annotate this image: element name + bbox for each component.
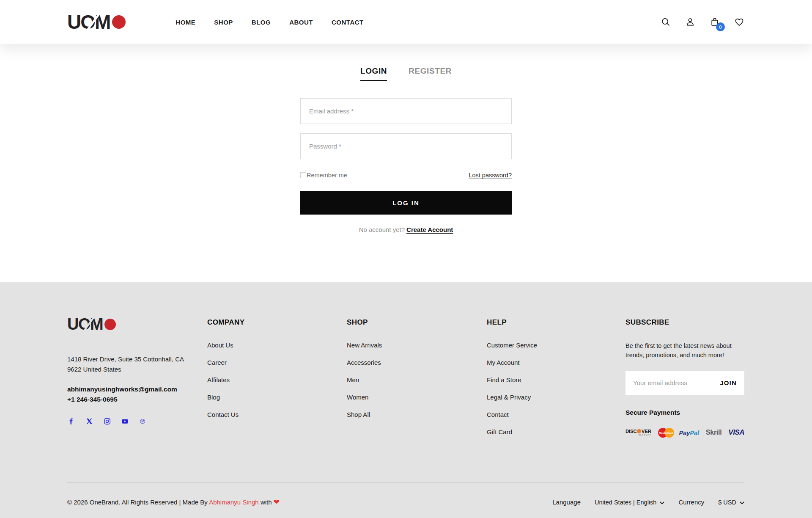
auth-tabs: LOGIN REGISTER [0,66,812,81]
footer-bottom-bar: © 2026 OneBrand. All Rights Reserved | M… [67,483,744,507]
chevron-down-icon [660,499,664,506]
subscribe-form: JOIN [625,371,744,395]
footer-link[interactable]: Blog [207,394,220,401]
nav-item[interactable]: BLOG [252,19,271,26]
cart-count-badge: 0 [716,22,725,31]
nav-item[interactable]: SHOP [214,19,233,26]
email-field[interactable] [300,98,512,124]
login-form: Remember me Lost password? LOG IN No acc… [300,98,512,233]
youtube-icon[interactable] [121,417,129,426]
footer-column-title: HELP [487,318,625,327]
locale-controls: Language United States | English Currenc… [552,499,744,506]
no-account-text: No account yet? [359,226,405,233]
subscribe-text: Be the first to get the latest news abou… [625,342,748,360]
payment-methods: DISCVER NETWORK MasterCard PayPal Skrill… [625,428,744,438]
login-button[interactable]: LOG IN [300,191,512,215]
footer-logo[interactable]: UOM [67,316,207,332]
footer-company-column: COMPANY About UsCareerAffilatesBlogConta… [207,316,347,482]
footer-link[interactable]: Women [347,394,368,401]
footer-column-title: SHOP [347,318,487,327]
footer-link[interactable]: Legal & Privacy [487,394,531,401]
footer-shop-column: SHOP New ArrivalsAccessoriesMenWomenShop… [347,316,487,482]
footer-link[interactable]: My Account [487,359,520,366]
nav-item[interactable]: ABOUT [289,19,313,26]
create-account-link[interactable]: Create Account [406,226,453,233]
tab-login[interactable]: LOGIN [360,66,387,81]
footer-link[interactable]: About Us [207,342,233,349]
brand-logo-dot [112,15,126,29]
footer-link[interactable]: Affilates [207,376,230,383]
language-select[interactable]: United States | English [595,499,664,506]
footer-help-column: HELP Customer ServiceMy AccountFind a St… [487,316,625,482]
currency-select[interactable]: $ USD [718,499,744,506]
currency-label: Currency [678,499,704,506]
subscribe-email-input[interactable] [633,379,720,386]
cart-bag-icon[interactable]: 0 [710,17,720,27]
remember-row: Remember me Lost password? [300,172,512,179]
remember-checkbox[interactable] [300,172,306,178]
social-links: ℗ [67,417,207,426]
heart-icon: ❤ [274,498,280,506]
brand-logo-text: UOM [67,12,110,32]
footer-link[interactable]: New Arrivals [347,342,382,349]
logo-slash-decoration [82,316,95,332]
no-account-row: No account yet?Create Account [300,226,512,233]
footer-link[interactable]: Accessories [347,359,381,366]
site-footer: UOM 1418 River Drive, Suite 35 Cottonhal… [0,282,812,518]
footer-subscribe-column: SUBSCRIBE Be the first to get the latest… [625,316,744,482]
footer-link[interactable]: Find a Store [487,376,521,383]
brand-logo[interactable]: UOM [67,12,126,32]
skrill-logo-icon: Skrill [706,429,721,436]
footer-link[interactable]: Gift Card [487,428,512,435]
footer-link[interactable]: Contact Us [207,411,239,418]
footer-logo-dot [104,319,116,330]
remember-text: Remember me [307,172,347,179]
pinterest-icon[interactable]: ℗ [138,417,147,426]
footer-contact: abhimanyusinghworks@gmail.com +1 246-345… [67,384,207,405]
tab-register[interactable]: REGISTER [409,66,452,81]
author-link[interactable]: Abhimanyu Singh [209,499,259,506]
footer-link[interactable]: Shop All [347,411,370,418]
secure-payments-title: Secure Payments [625,409,744,416]
footer-logo-text: UOM [67,316,103,332]
footer-phone[interactable]: +1 246-345-0695 [67,394,207,405]
instagram-icon[interactable] [103,417,111,426]
discover-orange-dot [637,429,641,433]
x-twitter-icon[interactable] [85,417,93,426]
search-icon[interactable] [661,17,671,27]
footer-link[interactable]: Men [347,376,359,383]
visa-logo-icon: VISA [728,428,744,437]
footer-column-title: COMPANY [207,318,347,327]
mastercard-logo-icon: MasterCard [658,428,672,438]
paypal-logo-icon: PayPal [679,429,699,436]
discover-logo-icon: DISCVER NETWORK [625,429,651,436]
footer-brand-column: UOM 1418 River Drive, Suite 35 Cottonhal… [67,316,207,482]
password-field[interactable] [300,133,512,159]
footer-link[interactable]: Contact [487,411,509,418]
site-header: UOM HOMESHOPBLOGABOUTCONTACT 0 [0,0,812,44]
remember-me-label[interactable]: Remember me [300,172,347,179]
main-nav: HOMESHOPBLOGABOUTCONTACT [176,19,363,26]
logo-slash-decoration [86,12,101,31]
login-page-content: LOGIN REGISTER Remember me Lost password… [0,44,812,282]
language-label: Language [552,499,581,506]
footer-link[interactable]: Career [207,359,227,366]
lost-password-link[interactable]: Lost password? [469,172,512,179]
user-icon[interactable] [685,17,695,27]
header-icons: 0 [661,17,744,27]
subscribe-title: SUBSCRIBE [625,318,744,327]
footer-email[interactable]: abhimanyusinghworks@gmail.com [67,384,207,394]
nav-item[interactable]: CONTACT [332,19,364,26]
copyright-text: © 2026 OneBrand. All Rights Reserved | M… [67,498,280,507]
join-button[interactable]: JOIN [720,379,737,386]
facebook-icon[interactable] [67,417,76,426]
wishlist-heart-icon[interactable] [734,17,744,27]
chevron-down-icon [740,499,744,506]
footer-link[interactable]: Customer Service [487,342,537,349]
footer-address: 1418 River Drive, Suite 35 Cottonhall, C… [67,354,207,375]
nav-item[interactable]: HOME [176,19,195,26]
